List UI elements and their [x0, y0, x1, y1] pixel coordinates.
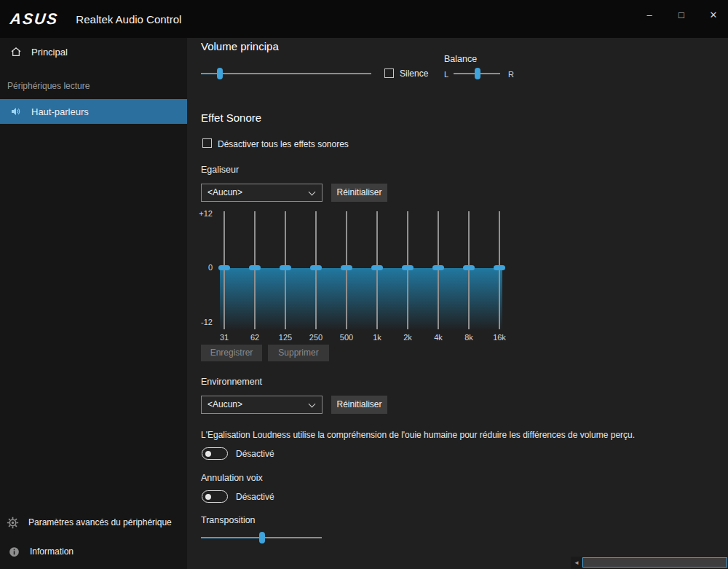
eq-band-thumb[interactable]: [402, 265, 414, 270]
voice-cancellation-state-label: Désactivé: [236, 492, 274, 502]
gear-icon: [7, 517, 19, 529]
environment-reset-button[interactable]: Réinitialiser: [331, 396, 387, 414]
eq-band-freq-label: 16k: [484, 333, 515, 342]
eq-band-track[interactable]: [254, 211, 256, 329]
eq-band-thumb[interactable]: [218, 265, 230, 270]
sidebar-section-playback: Périphériques lecture: [7, 81, 90, 91]
equalizer-reset-button[interactable]: Réinitialiser: [331, 184, 387, 202]
silence-label: Silence: [400, 68, 428, 79]
toggle-knob: [205, 451, 211, 457]
eq-band-track[interactable]: [223, 211, 225, 329]
window-controls: – □ ✕: [644, 0, 719, 29]
loudness-description: L'Egalisation Loudness utilise la compré…: [201, 430, 635, 440]
silence-checkbox[interactable]: [384, 68, 394, 78]
eq-band-track[interactable]: [438, 211, 439, 329]
sidebar-item-haut-parleurs[interactable]: Haut-parleurs: [0, 99, 187, 124]
eq-band-track[interactable]: [499, 211, 500, 329]
eq-band-thumb[interactable]: [310, 265, 322, 270]
eq-band-thumb[interactable]: [371, 265, 383, 270]
eq-band-freq-label: 4k: [423, 333, 454, 342]
eq-band-16k: 16k: [484, 211, 515, 329]
eq-band-125: 125: [270, 211, 301, 329]
loudness-toggle[interactable]: [202, 447, 228, 460]
balance-left-label: L: [444, 70, 448, 79]
eq-band-thumb[interactable]: [432, 265, 444, 270]
horizontal-scrollbar[interactable]: ◄: [571, 557, 728, 569]
eq-band-freq-label: 250: [301, 333, 331, 342]
realtek-audio-control-window: ASUS Realtek Audio Control – □ ✕ Princip…: [0, 0, 728, 569]
delete-preset-button[interactable]: Supprimer: [268, 345, 329, 361]
eq-band-freq-label: 31: [209, 333, 240, 342]
disable-effects-checkbox[interactable]: [202, 138, 212, 148]
transposition-label: Transposition: [201, 515, 256, 525]
eq-band-freq-label: 62: [240, 333, 270, 342]
transposition-slider-fill: [201, 537, 262, 538]
equalizer-preset-value: <Aucun>: [207, 187, 242, 197]
effects-title: Effet Sonore: [201, 111, 261, 124]
sidebar-item-label: Haut-parleurs: [31, 106, 89, 117]
transposition-slider-thumb[interactable]: [259, 532, 265, 544]
horizontal-scrollbar-thumb[interactable]: [582, 557, 727, 568]
speaker-icon: [9, 106, 22, 118]
environment-preset-dropdown[interactable]: <Aucun>: [201, 396, 323, 414]
eq-band-track[interactable]: [285, 211, 286, 329]
asus-logo: ASUS: [9, 10, 60, 28]
eq-band-31: 31: [209, 211, 240, 329]
minimize-button[interactable]: –: [644, 9, 655, 20]
equalizer-preset-dropdown[interactable]: <Aucun>: [201, 184, 323, 202]
balance-slider-thumb[interactable]: [475, 68, 480, 79]
sidebar-item-label: Information: [30, 546, 74, 557]
close-button[interactable]: ✕: [708, 9, 719, 20]
sidebar-item-principal[interactable]: Principal: [0, 39, 187, 64]
sidebar-item-advanced-settings[interactable]: Paramètres avancés du périphérique: [0, 510, 187, 535]
chevron-down-icon: [309, 189, 316, 196]
voice-cancellation-toggle[interactable]: [202, 490, 228, 503]
eq-band-2k: 2k: [392, 211, 423, 329]
chevron-down-icon: [309, 401, 316, 408]
eq-band-500: 500: [331, 211, 362, 329]
eq-band-freq-label: 1k: [362, 333, 392, 342]
environment-label: Environnement: [201, 377, 262, 387]
sidebar-item-label: Paramètres avancés du périphérique: [28, 517, 172, 527]
eq-band-thumb[interactable]: [494, 265, 505, 270]
eq-band-track[interactable]: [468, 211, 470, 329]
eq-band-62: 62: [240, 211, 270, 329]
eq-band-thumb[interactable]: [280, 265, 291, 270]
volume-slider-track[interactable]: [201, 73, 371, 74]
save-preset-button[interactable]: Enregistrer: [201, 345, 262, 361]
sidebar-item-information[interactable]: Information: [0, 539, 187, 564]
eq-band-freq-label: 500: [331, 333, 362, 342]
home-icon: [9, 46, 22, 58]
eq-band-thumb[interactable]: [341, 265, 352, 270]
sidebar: Principal Périphériques lecture Haut-par…: [0, 38, 187, 569]
eq-band-thumb[interactable]: [463, 265, 475, 270]
main-content: Volume principa Silence Balance L R Effe…: [187, 38, 728, 569]
eq-band-freq-label: 125: [270, 333, 301, 342]
info-icon: [8, 546, 20, 558]
eq-band-1k: 1k: [362, 211, 392, 329]
volume-slider-thumb[interactable]: [217, 68, 223, 79]
eq-band-thumb[interactable]: [249, 265, 261, 270]
voice-cancellation-label: Annulation voix: [201, 473, 263, 483]
toggle-knob: [205, 494, 211, 500]
eq-band-4k: 4k: [423, 211, 454, 329]
maximize-button[interactable]: □: [676, 9, 687, 20]
titlebar: ASUS Realtek Audio Control – □ ✕: [0, 0, 728, 38]
app-title: Realtek Audio Control: [76, 13, 181, 25]
balance-right-label: R: [508, 70, 514, 79]
eq-band-freq-label: 8k: [454, 333, 484, 342]
eq-band-freq-label: 2k: [392, 333, 423, 342]
eq-band-track[interactable]: [407, 211, 408, 329]
eq-band-8k: 8k: [454, 211, 484, 329]
volume-title: Volume principa: [201, 40, 279, 52]
scroll-left-arrow-icon[interactable]: ◄: [574, 560, 579, 566]
loudness-state-label: Désactivé: [236, 449, 274, 459]
eq-band-track[interactable]: [346, 211, 347, 329]
disable-effects-label: Désactiver tous les effets sonores: [218, 139, 349, 149]
balance-label: Balance: [444, 54, 477, 64]
eq-band-250: 250: [301, 211, 331, 329]
environment-preset-value: <Aucun>: [207, 399, 242, 409]
sidebar-item-label: Principal: [31, 47, 68, 58]
eq-band-track[interactable]: [315, 211, 317, 329]
eq-band-track[interactable]: [376, 211, 378, 329]
